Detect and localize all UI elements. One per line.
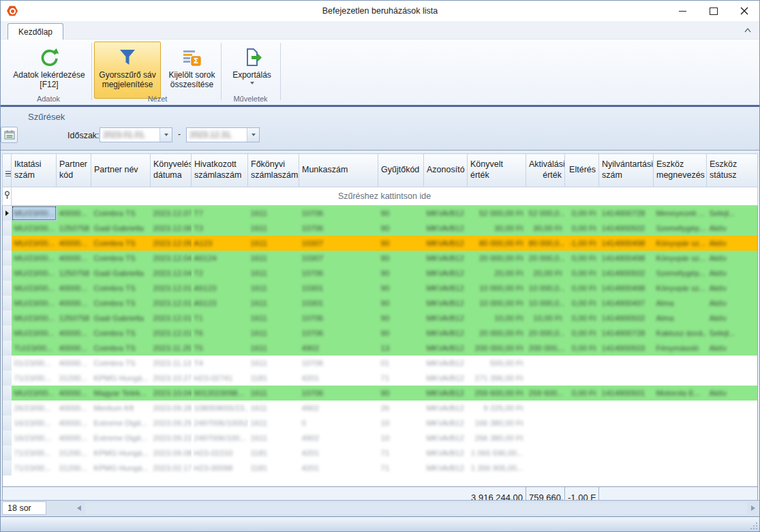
- grid-cell[interactable]: 1611: [248, 296, 299, 311]
- grid-cell[interactable]: Coimbra TS: [91, 326, 151, 341]
- grid-cell[interactable]: 10706: [299, 266, 378, 281]
- grid-cell[interactable]: 259 600...: [526, 386, 565, 401]
- table-row[interactable]: 16/23/00...40000...Extreme Digit...2023.…: [3, 431, 758, 445]
- grid-cell[interactable]: 40000...: [57, 416, 91, 431]
- grid-cell[interactable]: MKVA/B12: [424, 206, 468, 221]
- grid-cell[interactable]: [654, 401, 707, 416]
- grid-cell[interactable]: 1181: [248, 460, 299, 475]
- grid-cell[interactable]: 1611: [248, 281, 299, 296]
- grid-cell[interactable]: 31200...: [57, 371, 91, 386]
- grid-cell[interactable]: 1414900728: [599, 206, 654, 221]
- table-row[interactable]: 71/23/00...31200...KPMG Hungá...2023.10.…: [3, 371, 758, 386]
- grid-cell[interactable]: Könyvpár sz...: [654, 281, 707, 296]
- grid-cell[interactable]: 10706: [299, 311, 378, 326]
- row-indicator[interactable]: [3, 251, 12, 266]
- grid-cell[interactable]: 31200...: [57, 445, 91, 460]
- grid-cell[interactable]: 2023.12.01: [151, 281, 192, 296]
- grid-cell[interactable]: 10 000,0...: [526, 296, 565, 311]
- grid-cell[interactable]: 108059655/23...: [192, 401, 248, 416]
- grid-cell[interactable]: 1414900498: [599, 236, 654, 251]
- grid-cell[interactable]: 10 000,0...: [526, 281, 565, 296]
- grid-cell[interactable]: 20 000,00 Ft: [468, 326, 526, 341]
- grid-cell[interactable]: 10,00 Ft: [468, 311, 526, 326]
- grid-cell[interactable]: MKVA/B12: [424, 266, 468, 281]
- grid-cell[interactable]: MKVA/B12: [424, 281, 468, 296]
- grid-cell[interactable]: T1: [192, 311, 248, 326]
- table-row[interactable]: MU/23/00...40000...Magyar Telek...2023.1…: [3, 386, 758, 401]
- grid-cell[interactable]: [654, 356, 707, 371]
- grid-cell[interactable]: 10: [378, 431, 424, 445]
- grid-cell[interactable]: 10307: [299, 251, 378, 266]
- grid-cell[interactable]: Meritum Kft: [91, 401, 151, 416]
- grid-cell[interactable]: [565, 356, 599, 371]
- grid-cell[interactable]: Magyar Telek...: [91, 386, 151, 401]
- column-header[interactable]: Hivatkozott számlaszám: [192, 154, 248, 187]
- row-indicator[interactable]: [3, 371, 12, 386]
- grid-cell[interactable]: 20 000,00 Ft: [468, 251, 526, 266]
- grid-cell[interactable]: 9 225,00 Ft: [468, 401, 526, 416]
- grid-cell[interactable]: 90: [378, 281, 424, 296]
- grid-cell[interactable]: MU/23/00...: [12, 281, 57, 296]
- grid-cell[interactable]: 1 065 596,00...: [468, 445, 526, 460]
- row-indicator[interactable]: [3, 416, 12, 431]
- grid-cell[interactable]: [707, 445, 758, 460]
- grid-cell[interactable]: [565, 431, 599, 445]
- grid-cell[interactable]: MU/23/00...: [12, 311, 57, 326]
- minimize-button[interactable]: [667, 1, 698, 20]
- grid-cell[interactable]: Extreme Digit...: [91, 431, 151, 445]
- grid-cell[interactable]: Coimbra TS: [91, 236, 151, 251]
- row-indicator[interactable]: [3, 236, 12, 251]
- grid-cell[interactable]: 0,00 Ft: [565, 326, 599, 341]
- grid-cell[interactable]: MKVA/B12: [424, 326, 468, 341]
- column-header[interactable]: Partner kód: [57, 154, 91, 187]
- grid-cell[interactable]: 2023.12.04: [151, 266, 192, 281]
- grid-cell[interactable]: MKVA/B12: [424, 236, 468, 251]
- grid-cell[interactable]: [565, 401, 599, 416]
- grid-cell[interactable]: 2023.09.28: [151, 401, 192, 416]
- grid-cell[interactable]: A5123: [192, 296, 248, 311]
- grid-cell[interactable]: Aktív: [707, 236, 758, 251]
- grid-cell[interactable]: 10 000,00 Ft: [468, 296, 526, 311]
- grid-cell[interactable]: 2023.12.07: [151, 206, 192, 221]
- grid-cell[interactable]: [707, 401, 758, 416]
- grid-cell[interactable]: 4902: [299, 401, 378, 416]
- resize-grip-icon[interactable]: [750, 522, 758, 530]
- grid-cell[interactable]: Aktív: [707, 251, 758, 266]
- grid-cell[interactable]: 4902: [299, 341, 378, 356]
- grid-cell[interactable]: 500,00 Ft: [468, 356, 526, 371]
- grid-cell[interactable]: 40000...: [57, 296, 91, 311]
- horizontal-scrollbar[interactable]: [85, 503, 747, 514]
- grid-cell[interactable]: 10706: [299, 356, 378, 371]
- close-button[interactable]: [729, 1, 759, 20]
- grid-cell[interactable]: [599, 371, 654, 386]
- grid-cell[interactable]: 90: [378, 206, 424, 221]
- grid-cell[interactable]: 10,00 Ft: [526, 311, 565, 326]
- grid-cell[interactable]: 90: [378, 311, 424, 326]
- grid-cell[interactable]: [707, 431, 758, 445]
- table-row[interactable]: 71/23/00...31200...KPMG Hungá...2023.09.…: [3, 445, 758, 460]
- grid-cell[interactable]: KPMG Hungá...: [91, 445, 151, 460]
- grid-cell[interactable]: KPMG Hungá...: [91, 371, 151, 386]
- column-header[interactable]: Eltérés: [565, 154, 599, 187]
- grid-cell[interactable]: 1414900502: [599, 311, 654, 326]
- grid-cell[interactable]: MKVA/B12: [424, 311, 468, 326]
- table-row[interactable]: 16/23/00...40000...Extreme Digit...2023.…: [3, 416, 758, 431]
- grid-cell[interactable]: 2023.12.01: [151, 296, 192, 311]
- grid-cell[interactable]: 1611: [248, 236, 299, 251]
- grid-cell[interactable]: [654, 416, 707, 431]
- grid-cell[interactable]: Könyvpár sz...: [654, 251, 707, 266]
- grid-cell[interactable]: Coimbra TS: [91, 206, 151, 221]
- grid-cell[interactable]: [654, 371, 707, 386]
- table-row[interactable]: MU/23/00...40000...Coimbra TS2023.12.01A…: [3, 281, 758, 296]
- grid-cell[interactable]: 20 000,0...: [526, 251, 565, 266]
- grid-cell[interactable]: 40000...: [57, 251, 91, 266]
- row-indicator[interactable]: [3, 206, 12, 221]
- grid-cell[interactable]: MKVA/B12: [424, 460, 468, 475]
- table-row[interactable]: TU/23/00...40000...Coimbra TS2023.11.25T…: [3, 341, 758, 356]
- grid-cell[interactable]: [654, 445, 707, 460]
- grid-cell[interactable]: 1414900503: [599, 341, 654, 356]
- grid-cell[interactable]: 1250758: [57, 311, 91, 326]
- grid-cell[interactable]: Kaktusz ásvá...: [654, 326, 707, 341]
- row-indicator[interactable]: [3, 431, 12, 445]
- grid-cell[interactable]: 200 000,...: [526, 341, 565, 356]
